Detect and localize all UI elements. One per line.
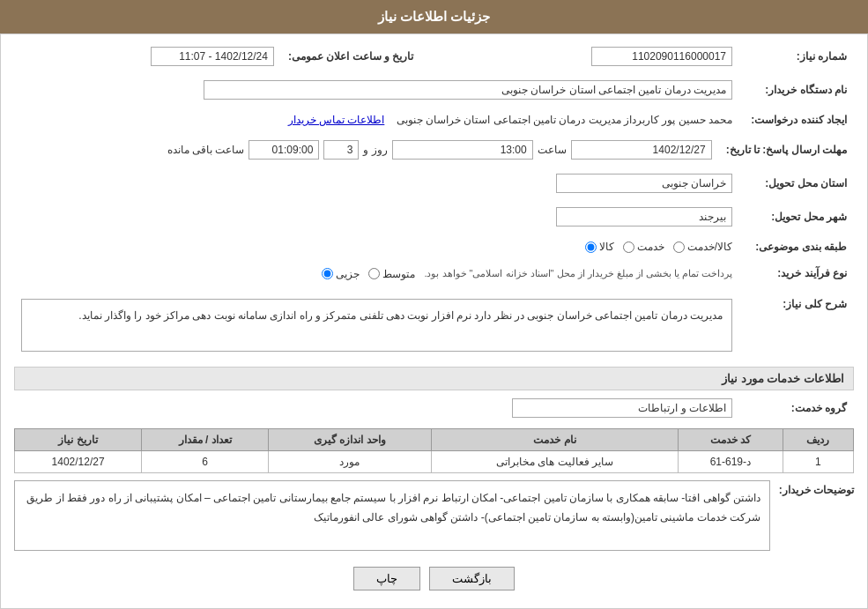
col-quantity: تعداد / مقدار bbox=[142, 428, 269, 450]
category-kala-khedmat-radio[interactable] bbox=[673, 241, 685, 253]
table-cell-unit: مورد bbox=[269, 450, 431, 472]
buyer-notes-row: توضیحات خریدار: داشتن گواهی افتا- سابقه … bbox=[14, 480, 854, 551]
print-button[interactable]: چاپ bbox=[353, 567, 420, 590]
creator-value: محمد حسین پور کاربرداز مدیریت درمان تامی… bbox=[14, 110, 739, 130]
reply-time-box: 13:00 bbox=[392, 140, 533, 160]
purchase-desc-text: پرداخت تمام یا بخشی از مبلغ خریدار از مح… bbox=[424, 268, 732, 279]
creator-text: محمد حسین پور کاربرداز مدیریت درمان تامی… bbox=[397, 114, 732, 126]
buyer-org-label: نام دستگاه خریدار: bbox=[739, 77, 854, 103]
info-table-top: شماره نیاز: 1102090116000017 تاریخ و ساع… bbox=[14, 43, 854, 70]
table-cell-service_code: د-619-61 bbox=[679, 450, 783, 472]
table-cell-row_num: 1 bbox=[783, 450, 853, 472]
page-header: جزئیات اطلاعات نیاز bbox=[0, 0, 868, 33]
city-label: شهر محل تحویل: bbox=[739, 204, 854, 230]
category-khedmat-radio[interactable] bbox=[623, 241, 634, 253]
table-cell-quantity: 6 bbox=[142, 450, 269, 472]
city-box: بیرجند bbox=[556, 207, 732, 227]
col-service-code: کد خدمت bbox=[679, 428, 783, 450]
purchase-jozee-label: جزیی bbox=[336, 268, 360, 280]
purchase-jozee-radio[interactable] bbox=[322, 268, 333, 279]
need-number-box: 1102090116000017 bbox=[591, 47, 732, 66]
info-table-category: طبقه بندی موضوعی: کالا/خدمت خدمت کالا bbox=[14, 237, 854, 256]
services-table: ردیف کد خدمت نام خدمت واحد اندازه گیری ت… bbox=[14, 428, 854, 473]
info-table-service-group: گروه خدمت: اطلاعات و ارتباطات bbox=[14, 395, 854, 421]
general-desc-value: مدیریت درمان تامین اجتماعی خراسان جنوبی … bbox=[14, 291, 739, 360]
category-label: طبقه بندی موضوعی: bbox=[739, 237, 854, 256]
info-table-buyer: نام دستگاه خریدار: مدیریت درمان تامین اج… bbox=[14, 77, 854, 103]
creator-label: ایجاد کننده درخواست: bbox=[739, 110, 854, 130]
reply-time-label: ساعت bbox=[538, 144, 567, 156]
col-service-name: نام خدمت bbox=[431, 428, 678, 450]
page-title: جزئیات اطلاعات نیاز bbox=[378, 9, 490, 24]
info-table-purchase-type: نوع فرآیند خرید: پرداخت تمام یا بخشی از … bbox=[14, 264, 854, 284]
buyer-org-value: مدیریت درمان تامین اجتماعی استان خراسان … bbox=[14, 77, 739, 103]
info-table-general-desc: شرح کلی نیاز: مدیریت درمان تامین اجتماعی… bbox=[14, 291, 854, 360]
province-value: خراسان جنوبی bbox=[14, 170, 739, 197]
category-kala-radio[interactable] bbox=[585, 241, 597, 253]
category-kala-khedmat-label: کالا/خدمت bbox=[687, 241, 732, 253]
back-button[interactable]: بازگشت bbox=[429, 567, 515, 590]
purchase-type-options: پرداخت تمام یا بخشی از مبلغ خریدار از مح… bbox=[14, 264, 739, 284]
buyer-org-box: مدیریت درمان تامین اجتماعی استان خراسان … bbox=[204, 80, 732, 100]
table-cell-date: 1402/12/27 bbox=[15, 450, 142, 472]
province-box: خراسان جنوبی bbox=[556, 174, 732, 193]
general-desc-box: مدیریت درمان تامین اجتماعی خراسان جنوبی … bbox=[21, 299, 732, 352]
info-table-deadline: مهلت ارسال پاسخ: تا تاریخ: 1402/12/27 سا… bbox=[14, 137, 854, 163]
reply-deadline-row: 1402/12/27 ساعت 13:00 روز و 3 01:09:00 س… bbox=[14, 137, 719, 163]
service-group-box: اطلاعات و ارتباطات bbox=[512, 398, 732, 418]
purchase-type-label: نوع فرآیند خرید: bbox=[739, 264, 854, 284]
info-table-province: استان محل تحویل: خراسان جنوبی bbox=[14, 170, 854, 197]
buyer-notes-box: داشتن گواهی افتا- سابقه همکاری با سازمان… bbox=[14, 480, 770, 551]
main-container: جزئیات اطلاعات نیاز شماره نیاز: 11020901… bbox=[0, 0, 868, 609]
reply-day-label: روز و bbox=[363, 144, 387, 156]
info-table-creator: ایجاد کننده درخواست: محمد حسین پور کاربر… bbox=[14, 110, 854, 130]
table-cell-service_name: سایر فعالیت های مخابراتی bbox=[431, 450, 678, 472]
public-announce-label: تاریخ و ساعت اعلان عمومی: bbox=[281, 43, 420, 70]
reply-remaining-label: ساعت باقی مانده bbox=[167, 144, 245, 156]
purchase-motavasset-radio[interactable] bbox=[368, 268, 380, 279]
service-group-label: گروه خدمت: bbox=[739, 395, 854, 421]
need-number-value: 1102090116000017 bbox=[438, 43, 739, 70]
service-group-value: اطلاعات و ارتباطات bbox=[14, 395, 739, 421]
buyer-notes-label: توضیحات خریدار: bbox=[775, 480, 854, 496]
reply-days-box: 3 bbox=[323, 140, 359, 160]
reply-deadline-label: مهلت ارسال پاسخ: تا تاریخ: bbox=[719, 137, 854, 163]
category-kala-label: کالا bbox=[599, 241, 614, 253]
public-announce-box: 1402/12/24 - 11:07 bbox=[151, 47, 274, 66]
purchase-motavasset-label: متوسط bbox=[382, 268, 415, 280]
services-section-header: اطلاعات خدمات مورد نیاز bbox=[14, 367, 854, 390]
info-table-city: شهر محل تحویل: بیرجند bbox=[14, 204, 854, 230]
table-row: 1د-619-61سایر فعالیت های مخابراتیمورد614… bbox=[15, 450, 854, 472]
col-row-num: ردیف bbox=[783, 428, 853, 450]
col-unit: واحد اندازه گیری bbox=[269, 428, 431, 450]
category-options: کالا/خدمت خدمت کالا bbox=[14, 237, 739, 256]
general-desc-text: مدیریت درمان تامین اجتماعی خراسان جنوبی … bbox=[78, 309, 723, 322]
buyer-notes-text: داشتن گواهی افتا- سابقه همکاری با سازمان… bbox=[26, 492, 760, 524]
need-number-label: شماره نیاز: bbox=[739, 43, 854, 70]
province-label: استان محل تحویل: bbox=[739, 170, 854, 197]
category-khedmat-label: خدمت bbox=[637, 241, 664, 253]
contact-link[interactable]: اطلاعات تماس خریدار bbox=[288, 114, 385, 126]
col-date: تاریخ نیاز bbox=[15, 428, 142, 450]
reply-remaining-box: 01:09:00 bbox=[249, 140, 319, 160]
content-area: شماره نیاز: 1102090116000017 تاریخ و ساع… bbox=[0, 33, 868, 609]
general-desc-label: شرح کلی نیاز: bbox=[739, 291, 854, 360]
public-announce-value: 1402/12/24 - 11:07 bbox=[14, 43, 281, 70]
city-value: بیرجند bbox=[14, 204, 739, 230]
reply-date-box: 1402/12/27 bbox=[571, 140, 712, 160]
bottom-buttons: بازگشت چاپ bbox=[14, 558, 854, 599]
